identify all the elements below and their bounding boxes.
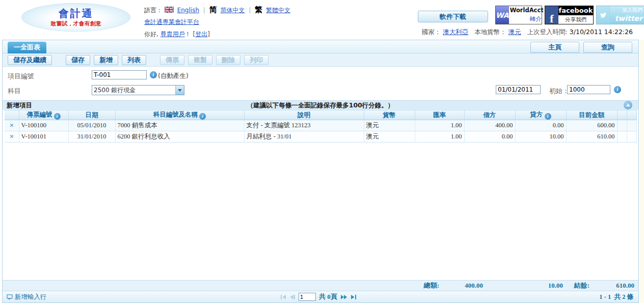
simplified-prefix: 简 [209, 5, 217, 14]
currency-label: 本地貨幣： [474, 28, 506, 36]
cell-account[interactable]: 7000 銷售成本 [115, 120, 244, 131]
col-delete [5, 110, 19, 120]
prev-page-icon [289, 295, 296, 299]
language-block: 語言： English | 简 简体中文 | 繁 繁體中文 會計通專業會計平台 … [144, 4, 290, 40]
cell-currency[interactable]: 澳元 [364, 120, 415, 131]
tab-strip: 一全面表 主頁 查詢 [3, 40, 638, 53]
auto-generate-note: (自動產生) [158, 72, 189, 80]
cell-credit[interactable]: 10.00 [515, 131, 566, 143]
twitter-bird-icon [597, 6, 610, 24]
worldacct-badge[interactable]: WA WorldAcct 轉介 [495, 6, 542, 24]
col-credit: 貸方i [515, 110, 566, 120]
initial-input[interactable] [567, 85, 610, 94]
greeting-row: 你好, 尊貴用戶！ [登出] [144, 29, 290, 40]
country-link[interactable]: 澳大利亞 [443, 28, 468, 36]
add-row-icon [7, 294, 13, 300]
user-link[interactable]: 尊貴用戶 [160, 31, 185, 38]
worldacct-icon: WA [496, 6, 509, 24]
first-page-icon [280, 295, 286, 299]
lang-english-link[interactable]: English [177, 7, 199, 14]
balance-label: 結餘: [563, 281, 589, 290]
logo-title: 會計通 [21, 8, 130, 19]
tab-full-form[interactable]: 一全面表 [8, 42, 46, 53]
voucher-button: 傳票 [160, 55, 184, 65]
cell-date[interactable]: 05/01/2010 [68, 120, 115, 131]
item-no-input[interactable] [92, 70, 147, 79]
info-icon[interactable]: i [614, 86, 621, 93]
country-label: 國家： [422, 28, 441, 36]
info-icon[interactable]: i [54, 113, 61, 120]
cell-debit[interactable]: 0.00 [464, 131, 515, 143]
cell-amount[interactable]: 600.00 [566, 120, 617, 131]
item-no-label: 項目編號 [8, 72, 34, 81]
twitter-badge[interactable]: 加入我們 twitter [596, 6, 644, 24]
logout-link[interactable]: 登出 [195, 31, 207, 38]
cell-spare [627, 120, 636, 131]
page-total-label: 共 0頁 [319, 292, 337, 301]
cell-description[interactable]: 月結利息 - 31/01 [244, 131, 364, 143]
traditional-prefix: 繁 [255, 5, 262, 14]
list-button[interactable]: 列表 [122, 55, 146, 65]
record-count: 共 2 條 [614, 293, 634, 300]
account-select-value: 2500 銀行現金 [92, 86, 175, 95]
facebook-badge[interactable]: f facebook 分享我們 [545, 6, 594, 24]
col-credit-label: 貸方 [530, 110, 543, 118]
cell-account[interactable]: 6200 銀行利息收入 [115, 131, 244, 143]
top-header: 會計通 敢嘗試，才會有創意 語言： English | 简 简体中文 | 繁 繁… [0, 0, 644, 39]
col-currency: 貨幣 [364, 110, 415, 120]
print-button: 列印 [244, 55, 269, 65]
cell-spare [617, 131, 627, 143]
add-row-label: 新增輸入行 [15, 293, 47, 301]
col-voucher-no: 傳票編號i [19, 110, 68, 120]
new-button[interactable]: 新增 [94, 55, 118, 65]
date-input[interactable] [496, 85, 541, 94]
greeting-hello: 你好, [144, 31, 158, 38]
cell-voucher[interactable]: V-100100 [19, 120, 68, 131]
col-rate: 匯率 [415, 110, 464, 120]
currency-link[interactable]: 澳元 [508, 28, 521, 36]
cell-amount[interactable]: 610.00 [566, 131, 617, 143]
account-select[interactable]: 2500 銀行現金 [92, 85, 184, 95]
delete-row-icon[interactable]: ✕ [9, 122, 14, 129]
query-button[interactable]: 查詢 [583, 42, 632, 53]
delete-button: 刪除 [216, 55, 240, 65]
save-and-continue-button[interactable]: 儲存及繼續 [8, 55, 52, 65]
cell-date[interactable]: 31/01/2010 [68, 131, 115, 143]
home-button[interactable]: 主頁 [530, 42, 579, 53]
add-input-row-link[interactable]: 新增輸入行 [7, 293, 47, 301]
initial-label: 初始 : [549, 87, 567, 96]
info-icon[interactable]: i [545, 113, 551, 120]
app-logo: 會計通 敢嘗試，才會有創意 [21, 3, 130, 32]
platform-link[interactable]: 會計通專業會計平台 [144, 18, 199, 25]
separator: | [203, 7, 205, 14]
language-label: 語言： [144, 7, 163, 14]
last-page-icon[interactable] [351, 295, 357, 299]
collapse-up-icon[interactable] [624, 101, 632, 109]
chevron-down-icon[interactable] [175, 86, 184, 95]
cell-rate[interactable]: 1.00 [415, 131, 464, 143]
totals-row: 總額: 400.00 10.00 結餘: 610.00 [3, 280, 638, 291]
worldacct-name: WorldAcct [509, 6, 544, 15]
cell-description[interactable]: 支付 - 支票編號 123123 [244, 120, 364, 131]
cell-voucher[interactable]: V-100101 [19, 131, 68, 143]
next-page-icon[interactable] [340, 295, 347, 299]
page-number-input[interactable] [299, 293, 316, 301]
delete-row-icon[interactable]: ✕ [9, 133, 14, 140]
lang-traditional-link[interactable]: 繁體中文 [266, 7, 290, 14]
toolbar: 儲存及繼續 儲存 新增 列表 傳票 複製 刪除 列印 [3, 53, 638, 67]
uk-flag-icon [165, 5, 174, 16]
save-button[interactable]: 儲存 [66, 55, 90, 65]
col-description: 說明 [244, 110, 364, 120]
info-icon[interactable]: i [150, 71, 157, 78]
cell-rate[interactable]: 1.00 [415, 120, 464, 131]
cell-credit[interactable]: 0.00 [515, 120, 566, 131]
grid-header-row: 傳票編號i 日期 科目編號及名稱i 說明 貨幣 匯率 借方 貸方i 目前金額 [5, 110, 636, 120]
software-download-button[interactable]: 軟件下載 [418, 11, 488, 22]
range-value: 1 - 1 [599, 293, 611, 300]
lang-simplified-link[interactable]: 简体中文 [221, 7, 245, 14]
cell-currency[interactable]: 澳元 [364, 131, 415, 143]
info-icon[interactable]: i [199, 113, 206, 120]
copy-button: 複製 [188, 55, 212, 65]
cell-debit[interactable]: 400.00 [464, 120, 515, 131]
cell-spare [627, 131, 636, 143]
